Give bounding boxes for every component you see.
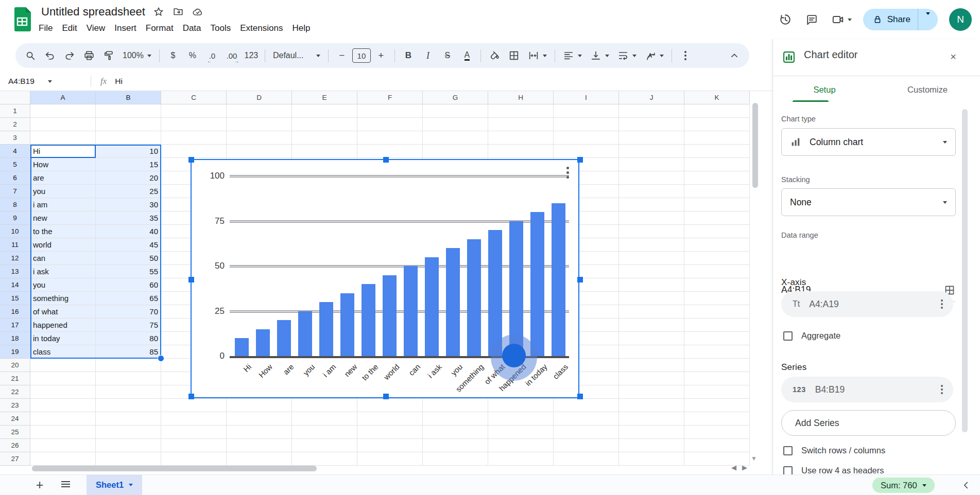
cell-C3[interactable] <box>161 131 227 145</box>
menu-view[interactable]: View <box>82 21 110 36</box>
column-header-H[interactable]: H <box>488 91 554 104</box>
cell-J15[interactable] <box>619 292 684 305</box>
cell-G25[interactable] <box>423 426 488 439</box>
cell-A26[interactable] <box>30 439 96 452</box>
horizontal-scrollbar[interactable] <box>32 466 317 471</box>
cell-F4[interactable] <box>357 145 423 158</box>
row-header-11[interactable]: 11 <box>0 238 30 252</box>
cell-A12[interactable]: can <box>30 252 96 265</box>
text-wrap-button[interactable] <box>613 46 641 65</box>
row-header-3[interactable]: 3 <box>0 131 30 145</box>
collapse-panel-icon[interactable] <box>958 477 974 493</box>
cell-B18[interactable]: 80 <box>96 332 161 345</box>
cell-K22[interactable] <box>684 385 750 399</box>
cell-E1[interactable] <box>292 104 357 118</box>
borders-icon[interactable] <box>504 46 524 65</box>
cell-G24[interactable] <box>423 412 488 426</box>
decrease-font-size-button[interactable]: − <box>332 46 352 65</box>
cell-K27[interactable] <box>684 452 750 466</box>
name-box[interactable]: A4:B19 <box>0 77 84 86</box>
cell-A27[interactable] <box>30 452 96 466</box>
cell-K1[interactable] <box>684 104 750 118</box>
vertical-scrollbar[interactable] <box>752 103 758 188</box>
cell-B14[interactable]: 60 <box>96 278 161 292</box>
column-header-G[interactable]: G <box>423 91 488 104</box>
cell-E27[interactable] <box>292 452 357 466</box>
menu-edit[interactable]: Edit <box>57 21 81 36</box>
menu-extensions[interactable]: Extensions <box>235 21 287 36</box>
strikethrough-button[interactable]: S <box>438 46 457 65</box>
cell-K14[interactable] <box>684 278 750 292</box>
cell-K8[interactable] <box>684 198 750 211</box>
cell-A17[interactable]: happened <box>30 319 96 332</box>
cell-E25[interactable] <box>292 426 357 439</box>
currency-format-button[interactable]: $ <box>163 46 183 65</box>
cell-E4[interactable] <box>292 145 357 158</box>
row-header-12[interactable]: 12 <box>0 252 30 265</box>
cell-F23[interactable] <box>357 399 423 412</box>
cell-J17[interactable] <box>619 319 684 332</box>
cell-A7[interactable]: you <box>30 185 96 198</box>
increase-font-size-button[interactable]: + <box>371 46 391 65</box>
horizontal-align-button[interactable] <box>559 46 586 65</box>
text-color-button[interactable]: A <box>457 46 477 65</box>
version-history-icon[interactable] <box>778 12 793 27</box>
cell-A23[interactable] <box>30 399 96 412</box>
x-axis-menu-icon[interactable] <box>938 296 946 312</box>
cell-G23[interactable] <box>423 399 488 412</box>
sheets-logo-icon[interactable] <box>12 6 32 32</box>
cell-A8[interactable]: i am <box>30 198 96 211</box>
cell-A10[interactable]: to the <box>30 225 96 238</box>
cell-A24[interactable] <box>30 412 96 426</box>
fill-color-icon[interactable] <box>485 46 504 65</box>
embedded-chart[interactable]: 0255075100HiHowareyoui amnewto theworldc… <box>191 159 579 398</box>
merge-cells-button[interactable] <box>524 46 551 65</box>
cell-G4[interactable] <box>423 145 488 158</box>
decrease-decimal-button[interactable]: .0← <box>202 46 222 65</box>
cell-J26[interactable] <box>619 439 684 452</box>
cell-J9[interactable] <box>619 211 684 225</box>
row-header-9[interactable]: 9 <box>0 211 30 225</box>
print-icon[interactable] <box>79 46 99 65</box>
row-header-4[interactable]: 4 <box>0 145 30 158</box>
row-header-23[interactable]: 23 <box>0 399 30 412</box>
cell-D4[interactable] <box>227 145 292 158</box>
sum-badge[interactable]: Sum: 760 <box>872 478 935 493</box>
cell-B19[interactable]: 85 <box>96 345 161 359</box>
cell-I25[interactable] <box>554 426 619 439</box>
tab-setup[interactable]: Setup <box>773 76 876 103</box>
cell-A9[interactable]: new <box>30 211 96 225</box>
cell-J4[interactable] <box>619 145 684 158</box>
cell-J16[interactable] <box>619 305 684 319</box>
cell-I2[interactable] <box>554 118 619 131</box>
cell-J14[interactable] <box>619 278 684 292</box>
aggregate-option[interactable]: Aggregate <box>783 331 840 341</box>
avatar[interactable]: N <box>949 8 972 31</box>
cell-K9[interactable] <box>684 211 750 225</box>
comments-icon[interactable] <box>804 12 820 27</box>
cell-K24[interactable] <box>684 412 750 426</box>
cell-I3[interactable] <box>554 131 619 145</box>
document-title[interactable]: Untitled spreadsheet <box>41 5 145 19</box>
cell-K16[interactable] <box>684 305 750 319</box>
cell-B5[interactable]: 15 <box>96 158 161 171</box>
cell-C23[interactable] <box>161 399 227 412</box>
cell-K15[interactable] <box>684 292 750 305</box>
cell-J27[interactable] <box>619 452 684 466</box>
vertical-align-button[interactable] <box>586 46 613 65</box>
column-header-D[interactable]: D <box>227 91 292 104</box>
cell-H1[interactable] <box>488 104 554 118</box>
add-series-button[interactable]: Add Series <box>781 410 956 436</box>
chart-resize-handle[interactable] <box>188 277 194 282</box>
cell-D2[interactable] <box>227 118 292 131</box>
row-header-1[interactable]: 1 <box>0 104 30 118</box>
cell-G2[interactable] <box>423 118 488 131</box>
column-header-K[interactable]: K <box>684 91 750 104</box>
row-header-18[interactable]: 18 <box>0 332 30 345</box>
use-row-headers-checkbox[interactable] <box>783 466 793 475</box>
cell-A3[interactable] <box>30 131 96 145</box>
font-select[interactable]: Defaul... <box>269 46 324 65</box>
cell-F1[interactable] <box>357 104 423 118</box>
aggregate-checkbox[interactable] <box>783 331 793 341</box>
chart-resize-handle[interactable] <box>577 277 583 282</box>
